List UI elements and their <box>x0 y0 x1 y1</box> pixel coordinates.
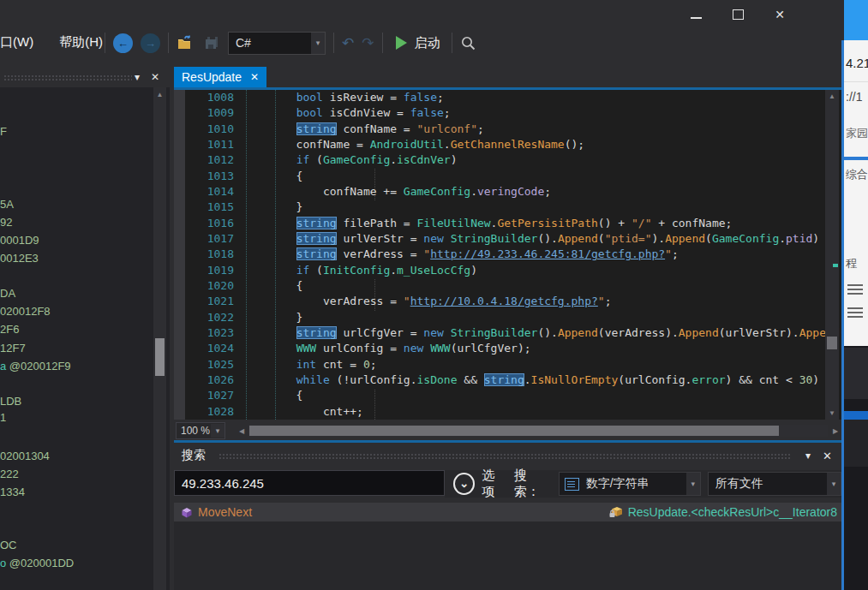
run-play-icon[interactable] <box>396 36 407 50</box>
code-line[interactable]: 1021 verAdress = "http://10.0.4.18/getcf… <box>174 294 841 309</box>
menu-item-help[interactable]: 帮助(H) <box>59 34 103 51</box>
code-line[interactable]: 1016 string filePath = FileUtilNew.GetPe… <box>174 216 841 231</box>
search-type-value: 数字/字符串 <box>579 476 686 492</box>
tree-item[interactable]: LDB <box>0 395 21 408</box>
code-editor[interactable]: 1008 bool isReview = false;1009 bool isC… <box>174 90 841 420</box>
line-number: 1024 <box>174 341 237 356</box>
line-number: 1025 <box>174 357 237 372</box>
search-scope-value: 所有文件 <box>709 476 827 492</box>
code-line[interactable]: 1024 WWW urlConfig = new WWW(urlCfgVer); <box>174 341 841 356</box>
tree-scrollbar[interactable]: ▲ <box>153 87 166 590</box>
scroll-right-icon[interactable]: ▶ <box>829 427 841 435</box>
minimize-icon[interactable] <box>691 17 702 19</box>
search-result-row[interactable]: MoveNext ResUpdate.<checkResUrl>c__Itera… <box>174 503 841 521</box>
code-line[interactable]: 1028 cnt++; <box>174 404 841 420</box>
code-line[interactable]: 1025 int cnt = 0; <box>174 357 841 372</box>
tab-resupdate[interactable]: ResUpdate ✕ <box>174 67 266 87</box>
panel-close-icon[interactable]: ✕ <box>151 71 159 83</box>
code-text: string urlVerStr = new StringBuilder().A… <box>237 231 819 247</box>
code-line[interactable]: 1026 while (!urlConfig.isDone && string.… <box>174 372 841 388</box>
code-line[interactable]: 1017 string urlVerStr = new StringBuilde… <box>174 231 841 247</box>
save-all-icon[interactable] <box>203 35 220 51</box>
tree-item[interactable]: 222 <box>0 468 19 480</box>
code-line[interactable]: 1027 { <box>174 388 841 403</box>
result-location[interactable]: ResUpdate.<checkResUrl>c__Iterator8 <box>609 505 837 519</box>
tree-item[interactable]: 12F7 <box>0 342 26 355</box>
search-icon[interactable] <box>460 35 476 51</box>
search-results-area <box>174 521 841 590</box>
chevron-down-icon[interactable]: ▾ <box>311 33 325 54</box>
editor-horizontal-scrollbar[interactable] <box>248 425 828 437</box>
tree-item[interactable]: 02001304 <box>0 450 50 462</box>
open-folder-icon[interactable] <box>177 35 195 51</box>
code-line[interactable]: 1009 bool isCdnView = false; <box>174 105 841 121</box>
navigate-forward-button[interactable]: → <box>141 33 160 53</box>
tree-item[interactable]: 0012E3 <box>0 252 39 265</box>
search-type-combo[interactable]: 数字/字符串 ▾ <box>559 472 701 496</box>
tree-item[interactable]: F <box>0 125 7 138</box>
scroll-up-icon[interactable]: ▲ <box>825 92 839 100</box>
search-scope-combo[interactable]: 所有文件 ▾ <box>708 472 841 496</box>
tree-scrollbar-thumb[interactable] <box>155 338 165 376</box>
code-line[interactable]: 1008 bool isReview = false; <box>174 90 841 105</box>
tree-item[interactable]: 2F6 <box>0 323 19 336</box>
code-line[interactable]: 1018 string verAdress = "http://49.233.4… <box>174 247 841 262</box>
tree-item[interactable]: o @020001DD <box>0 557 74 569</box>
tree-item[interactable]: 020012F8 <box>0 305 51 318</box>
tree-item[interactable]: 5A <box>0 198 14 211</box>
divider <box>844 81 868 82</box>
code-line[interactable]: 1019 if (InitConfig.m_UseLocCfg) <box>174 263 841 278</box>
tree-item[interactable]: 92 <box>0 216 12 229</box>
code-line[interactable]: 1020 { <box>174 278 841 294</box>
tab-close-icon[interactable]: ✕ <box>250 71 259 83</box>
background-window-dark-area <box>844 346 868 590</box>
code-line[interactable]: 1013 { <box>174 169 841 184</box>
back-arrow-icon: ← <box>117 37 129 50</box>
language-combo[interactable]: C# ▾ <box>228 32 326 55</box>
scroll-left-icon[interactable]: ◀ <box>236 427 248 435</box>
tree-item[interactable]: 0001D9 <box>0 234 39 247</box>
chevron-down-icon[interactable]: ▾ <box>211 424 224 438</box>
background-window-content: 4.21 ://1 家园 综合 程 <box>844 40 868 346</box>
menu-item-window[interactable]: 口(W) <box>0 34 33 51</box>
chevron-down-icon[interactable]: ▾ <box>827 473 841 495</box>
panel-caret-icon[interactable]: ▾ <box>805 450 811 462</box>
tree-item[interactable]: OC <box>0 539 17 551</box>
tree-item[interactable]: 1 <box>0 411 6 424</box>
code-text: WWW urlConfig = new WWW(urlCfgVer); <box>237 341 531 356</box>
code-line[interactable]: 1010 string confName = "urlconf"; <box>174 122 841 137</box>
tree-item[interactable]: DA <box>0 287 15 300</box>
editor-hscroll-thumb[interactable] <box>249 426 779 436</box>
code-line[interactable]: 1015 } <box>174 200 841 215</box>
toolbar-separator <box>452 33 452 53</box>
tree-item[interactable]: 1334 <box>0 486 25 498</box>
scroll-up-icon[interactable]: ▲ <box>153 91 166 98</box>
code-text: { <box>237 388 302 403</box>
search-input[interactable] <box>174 470 445 496</box>
code-line[interactable]: 1012 if (GameConfig.isCdnVer) <box>174 152 841 168</box>
code-line[interactable]: 1022 } <box>174 310 841 325</box>
code-line[interactable]: 1014 confName += GameConfig.veringCode; <box>174 184 841 200</box>
result-method-name[interactable]: MoveNext <box>198 505 252 519</box>
navigate-back-button[interactable]: ← <box>113 33 133 53</box>
editor-vertical-scrollbar[interactable]: ▲ ▼ <box>825 90 839 420</box>
zoom-combo[interactable]: 100 % ▾ <box>176 422 225 439</box>
code-text: { <box>237 169 302 184</box>
panel-caret-icon[interactable]: ▾ <box>135 71 140 83</box>
close-icon[interactable]: ✕ <box>775 9 785 21</box>
code-line[interactable]: 1011 confName = AndroidUtil.GetChannelRe… <box>174 137 841 152</box>
chevron-down-icon[interactable]: ▾ <box>686 473 700 495</box>
forward-arrow-icon: → <box>145 37 156 50</box>
editor-vscroll-thumb[interactable] <box>827 337 837 349</box>
scroll-down-icon[interactable]: ▼ <box>825 409 839 417</box>
undo-icon[interactable]: ↶ <box>342 34 354 52</box>
code-line[interactable]: 1023 string urlCfgVer = new StringBuilde… <box>174 325 841 341</box>
run-button-label[interactable]: 启动 <box>415 35 440 51</box>
panel-close-icon[interactable]: ✕ <box>823 450 832 462</box>
options-label[interactable]: 选项 <box>482 468 506 500</box>
maximize-icon[interactable] <box>733 9 744 20</box>
tree-item[interactable]: a @020012F9 <box>0 360 71 372</box>
sidebar-items: F5A920001D90012E3DA020012F82F612F7a @020… <box>0 87 153 590</box>
options-chevron-circle-icon[interactable]: ⌄ <box>453 473 475 495</box>
redo-icon[interactable]: ↷ <box>362 34 374 52</box>
